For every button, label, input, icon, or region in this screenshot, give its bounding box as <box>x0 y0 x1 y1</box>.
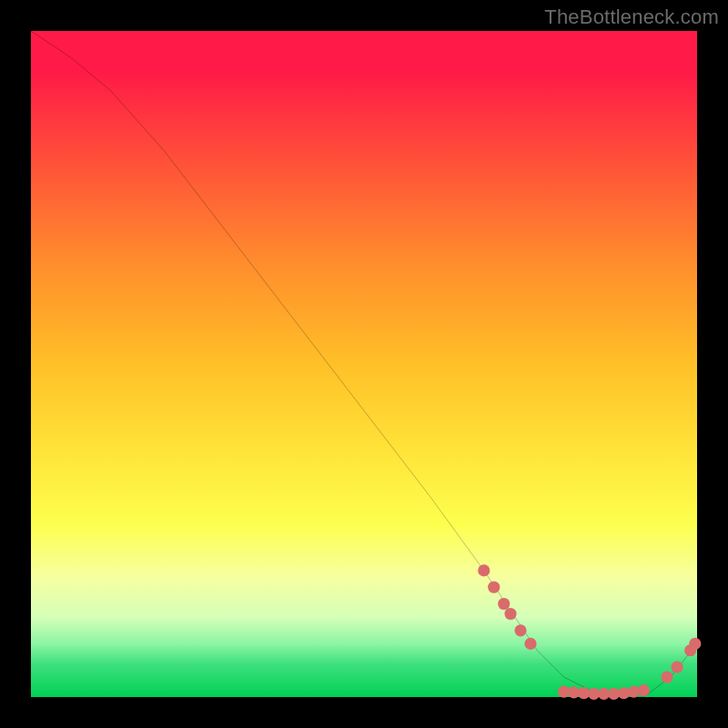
plot-area <box>31 31 697 697</box>
data-marker <box>689 638 701 650</box>
chart-svg <box>31 31 697 697</box>
data-marker <box>638 684 650 696</box>
data-marker <box>504 608 516 620</box>
data-markers <box>478 564 701 700</box>
data-marker <box>498 598 510 610</box>
chart-frame: TheBottleneck.com <box>0 0 728 728</box>
bottleneck-curve <box>31 31 697 697</box>
watermark-text: TheBottleneck.com <box>544 5 719 29</box>
data-marker <box>524 638 536 650</box>
data-marker <box>514 624 526 636</box>
data-marker <box>661 671 672 682</box>
data-marker <box>488 581 500 593</box>
data-marker <box>478 564 490 576</box>
data-marker <box>671 661 682 672</box>
